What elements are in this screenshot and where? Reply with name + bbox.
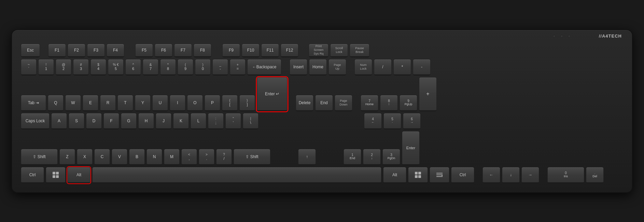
key-v[interactable]: V xyxy=(112,149,127,165)
key-numlock[interactable]: NumLock xyxy=(354,59,372,75)
key-0[interactable]: )0 xyxy=(195,59,211,75)
key-menu[interactable] xyxy=(430,167,449,183)
key-backspace[interactable]: ←Backspace xyxy=(247,59,281,75)
key-6[interactable]: ^6 xyxy=(125,59,141,75)
key-minus[interactable]: _- xyxy=(212,59,228,75)
key-f3[interactable]: F3 xyxy=(87,44,105,57)
key-w[interactable]: W xyxy=(65,95,81,111)
key-scrolllock[interactable]: ScrollLock xyxy=(330,44,348,57)
key-f6[interactable]: F6 xyxy=(155,44,172,57)
key-semicolon[interactable]: :; xyxy=(208,113,224,129)
key-capslock[interactable]: Caps Lock xyxy=(21,113,50,129)
key-z[interactable]: Z xyxy=(59,149,75,165)
key-end[interactable]: End xyxy=(315,95,333,111)
key-ctrl-left[interactable]: Ctrl xyxy=(21,167,44,183)
key-e[interactable]: E xyxy=(83,95,98,111)
key-num-enter[interactable]: Enter xyxy=(402,131,420,165)
key-home[interactable]: Home xyxy=(309,59,327,75)
key-f4[interactable]: F4 xyxy=(107,44,124,57)
key-num-minus[interactable]: - xyxy=(413,59,431,75)
key-f5[interactable]: F5 xyxy=(135,44,153,57)
key-delete[interactable]: Delete xyxy=(296,95,313,111)
key-backtick[interactable]: ~` xyxy=(21,59,37,75)
key-k[interactable]: K xyxy=(173,113,189,129)
key-insert[interactable]: Insert xyxy=(290,59,307,75)
key-7[interactable]: &7 xyxy=(143,59,158,75)
key-backslash[interactable]: |\ xyxy=(243,113,258,129)
key-1[interactable]: !1 xyxy=(38,59,54,75)
key-f10[interactable]: F10 xyxy=(242,44,260,57)
key-num7[interactable]: 7Home xyxy=(361,95,378,111)
key-f9[interactable]: F9 xyxy=(222,44,240,57)
key-f11[interactable]: F11 xyxy=(261,44,279,57)
key-shift-left[interactable]: ⇧ Shift xyxy=(21,149,58,165)
key-arrow-up[interactable]: ↑ xyxy=(298,149,316,165)
key-9[interactable]: (9 xyxy=(178,59,193,75)
key-l[interactable]: L xyxy=(191,113,206,129)
key-num-dot[interactable]: .Del xyxy=(586,167,604,183)
key-5[interactable]: % €5 xyxy=(108,59,124,75)
key-c[interactable]: C xyxy=(94,149,110,165)
key-d[interactable]: D xyxy=(86,113,102,129)
key-num5[interactable]: 5· xyxy=(383,113,401,129)
key-num4[interactable]: 4← xyxy=(364,113,382,129)
key-h[interactable]: H xyxy=(138,113,154,129)
key-j[interactable]: J xyxy=(156,113,171,129)
key-pageup[interactable]: PageUp xyxy=(328,59,346,75)
key-num0[interactable]: 0Ins xyxy=(547,167,584,183)
key-q[interactable]: Q xyxy=(48,95,64,111)
key-3[interactable]: #3 xyxy=(73,59,89,75)
key-ctrl-right[interactable]: Ctrl xyxy=(451,167,474,183)
key-arrow-down[interactable]: ↓ xyxy=(502,167,520,183)
key-enter[interactable]: Enter ↵ xyxy=(257,77,288,111)
key-space[interactable] xyxy=(92,167,381,183)
key-win-right[interactable] xyxy=(408,167,428,183)
key-a[interactable]: A xyxy=(51,113,67,129)
key-g[interactable]: G xyxy=(121,113,137,129)
key-win-left[interactable] xyxy=(46,167,66,183)
key-rbracket[interactable]: }] xyxy=(239,95,255,111)
key-slash[interactable]: ?/ xyxy=(216,149,232,165)
key-num2[interactable]: 2↓ xyxy=(363,149,381,165)
key-comma[interactable]: <, xyxy=(181,149,197,165)
key-shift-right[interactable]: ⇧ Shift xyxy=(234,149,270,165)
key-pagedown[interactable]: PageDown xyxy=(335,95,352,111)
key-num9[interactable]: 9PgUp xyxy=(400,95,417,111)
key-o[interactable]: O xyxy=(187,95,203,111)
key-arrow-right[interactable]: → xyxy=(521,167,539,183)
key-num-asterisk[interactable]: * xyxy=(393,59,411,75)
key-pause[interactable]: PauseBreak xyxy=(350,44,369,57)
key-num6[interactable]: 6→ xyxy=(403,113,421,129)
key-n[interactable]: N xyxy=(146,149,162,165)
key-8[interactable]: *8 xyxy=(160,59,176,75)
key-m[interactable]: M xyxy=(164,149,180,165)
key-num1[interactable]: 1End xyxy=(344,149,361,165)
key-quote[interactable]: "' xyxy=(225,113,241,129)
key-f1[interactable]: F1 xyxy=(48,44,66,57)
key-f7[interactable]: F7 xyxy=(174,44,192,57)
key-num-plus[interactable]: + xyxy=(419,77,437,111)
key-lbracket[interactable]: {[ xyxy=(222,95,238,111)
key-f12[interactable]: F12 xyxy=(281,44,298,57)
key-i[interactable]: I xyxy=(170,95,185,111)
key-num-slash[interactable]: / xyxy=(374,59,392,75)
key-alt-left[interactable]: Alt xyxy=(67,167,90,183)
key-y[interactable]: Y xyxy=(135,95,151,111)
key-4[interactable]: $4 xyxy=(90,59,106,75)
key-2[interactable]: @2 xyxy=(56,59,71,75)
key-p[interactable]: P xyxy=(205,95,220,111)
key-alt-right[interactable]: Alt xyxy=(383,167,406,183)
key-period[interactable]: >. xyxy=(199,149,214,165)
key-esc[interactable]: Esc xyxy=(21,44,40,57)
key-equals[interactable]: += xyxy=(230,59,246,75)
key-f2[interactable]: F2 xyxy=(68,44,85,57)
key-x[interactable]: X xyxy=(77,149,93,165)
key-arrow-left[interactable]: ← xyxy=(482,167,500,183)
key-printscreen[interactable]: PrintScreenSys Rq xyxy=(309,44,328,57)
key-num3[interactable]: 3PgDn xyxy=(382,149,400,165)
key-s[interactable]: S xyxy=(69,113,84,129)
key-num8[interactable]: 8↑ xyxy=(380,95,398,111)
key-f[interactable]: F xyxy=(103,113,119,129)
key-b[interactable]: B xyxy=(129,149,145,165)
key-u[interactable]: U xyxy=(152,95,168,111)
